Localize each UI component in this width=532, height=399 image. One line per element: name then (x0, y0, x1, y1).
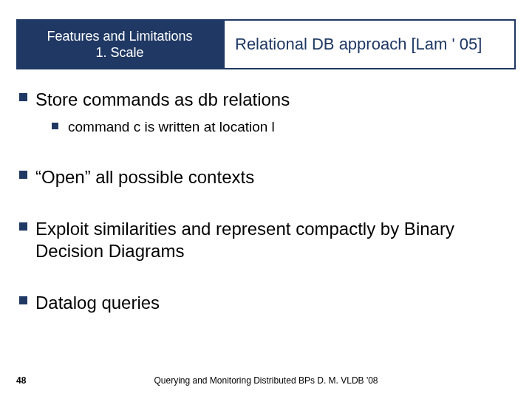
slide-title: Relational DB approach [Lam ' 05] (235, 35, 482, 54)
bullet-text: Datalog queries (35, 293, 160, 313)
slide-body: Store commands as db relations command c… (16, 89, 516, 344)
header-left-line2: 1. Scale (95, 44, 143, 61)
header-left-box: Features and Limitations 1. Scale (16, 19, 223, 69)
bullet-item: Datalog queries (16, 292, 516, 314)
sub-bullet-list: command c is written at location l (35, 118, 516, 137)
bullet-text: Exploit similarities and represent compa… (35, 219, 454, 261)
header-left-line1: Features and Limitations (47, 28, 192, 45)
header-right-box: Relational DB approach [Lam ' 05] (223, 19, 516, 69)
bullet-list: Store commands as db relations command c… (16, 89, 516, 314)
bullet-text: Store commands as db relations (35, 89, 290, 109)
footer-text: Querying and Monitoring Distributed BPs … (0, 375, 532, 386)
bullet-item: “Open” all possible contexts (16, 166, 516, 188)
bullet-text: “Open” all possible contexts (35, 167, 254, 187)
sub-bullet-item: command c is written at location l (35, 118, 516, 137)
bullet-item: Exploit similarities and represent compa… (16, 218, 516, 262)
slide: Features and Limitations 1. Scale Relati… (0, 0, 532, 399)
bullet-item: Store commands as db relations command c… (16, 89, 516, 137)
slide-header: Features and Limitations 1. Scale Relati… (16, 19, 516, 69)
